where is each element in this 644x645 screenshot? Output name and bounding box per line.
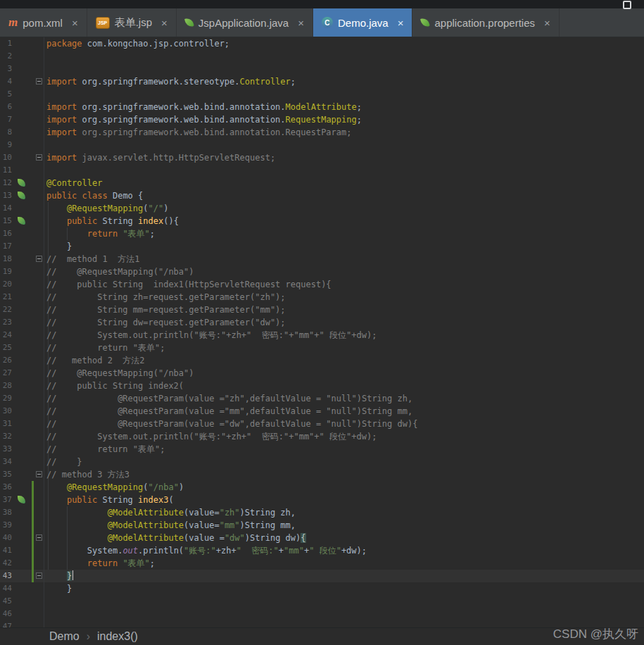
code-text[interactable]: @ModelAttribute(value="zh")String zh, (45, 506, 296, 519)
code-text[interactable]: } (45, 582, 72, 595)
code-text[interactable]: // public String index2( (45, 380, 184, 392)
code-text[interactable]: System.out.println("账号:"+zh+" 密码:"+"mm"+… (45, 544, 367, 557)
code-text[interactable]: @Controller (45, 177, 102, 189)
vcs-change-marker (32, 519, 34, 532)
code-text[interactable]: return "表单"; (45, 227, 155, 240)
fold-marker-icon[interactable] (36, 78, 42, 84)
close-icon[interactable]: × (161, 18, 168, 28)
spring-bean-icon[interactable] (18, 217, 25, 225)
spring-icon (184, 18, 194, 27)
fold-marker-icon[interactable] (36, 256, 42, 262)
line-number: 23 (0, 316, 12, 329)
code-text[interactable]: public String index(){ (45, 215, 179, 227)
code-text[interactable] (45, 139, 46, 151)
code-line-14: 14 @RequestMapping("/") (0, 202, 644, 215)
code-text[interactable] (45, 50, 46, 63)
code-text[interactable]: // method 1 方法1 (45, 253, 139, 265)
fold-marker-icon[interactable] (36, 572, 42, 579)
code-text[interactable]: @RequestMapping("/") (45, 202, 168, 215)
spring-bean-icon[interactable] (18, 192, 25, 199)
code-line-39: 39 @ModelAttribute(value="mm")String mm, (0, 519, 644, 532)
code-text[interactable]: // String dw=request.getParameter("dw"); (45, 316, 286, 329)
code-text[interactable]: } (45, 570, 73, 582)
line-number: 4 (0, 75, 12, 88)
code-lines: 1package com.kongchao.jsp.controller;234… (0, 37, 644, 633)
code-text[interactable]: // @RequestParam(value ="dw",defaultValu… (45, 418, 417, 430)
code-text[interactable]: // @RequestMapping("/nba") (45, 265, 194, 278)
watermark: CSDN @执久呀 (553, 626, 638, 642)
line-number: 24 (0, 329, 12, 342)
close-icon[interactable]: × (298, 18, 304, 28)
tab-pom.xml[interactable]: mpom.xml× (0, 8, 87, 37)
gutter: 12 (0, 177, 45, 189)
gutter: 3 (0, 63, 45, 75)
gutter: 33 (0, 443, 45, 456)
code-text[interactable]: import javax.servlet.http.HttpServletReq… (45, 151, 275, 164)
tab-表单.jsp[interactable]: JSP表单.jsp× (87, 8, 177, 37)
gutter: 32 (0, 430, 45, 443)
line-number: 16 (0, 227, 12, 240)
code-text[interactable] (45, 608, 46, 620)
code-text[interactable]: // method 2 方法2 (45, 354, 145, 367)
code-line-10: 10import javax.servlet.http.HttpServletR… (0, 151, 644, 164)
code-text[interactable]: // String mm=request.getParameter("mm"); (45, 303, 286, 316)
breadcrumb-item[interactable]: Demo (49, 630, 80, 643)
code-text[interactable]: // public String index1(HttpServletReque… (45, 278, 332, 291)
gutter: 40 (0, 532, 45, 544)
line-number: 6 (0, 101, 12, 113)
code-text[interactable]: public String index3( (45, 494, 174, 506)
fold-marker-icon[interactable] (36, 154, 42, 161)
line-number: 37 (0, 494, 12, 506)
code-line-16: 16 return "表单"; (0, 227, 644, 240)
code-line-18: 18// method 1 方法1 (0, 253, 644, 265)
spring-bean-icon[interactable] (18, 496, 25, 503)
code-editor[interactable]: 1package com.kongchao.jsp.controller;234… (0, 37, 644, 645)
gutter: 19 (0, 265, 45, 278)
code-text[interactable]: return "表单"; (45, 557, 155, 570)
code-text[interactable]: public class Demo { (45, 189, 143, 202)
code-text[interactable] (45, 595, 46, 608)
spring-bean-icon[interactable] (18, 179, 25, 187)
code-text[interactable]: // @RequestMapping("/nba") (45, 367, 194, 380)
code-text[interactable]: // return "表单"; (45, 342, 165, 354)
tab-application.properties[interactable]: application.properties× (412, 8, 559, 37)
code-text[interactable]: // System.out.println("账号:"+zh+" 密码:"+"m… (45, 430, 377, 443)
code-text[interactable] (45, 164, 46, 177)
code-text[interactable]: import org.springframework.stereotype.Co… (45, 75, 296, 88)
close-icon[interactable]: × (544, 18, 550, 28)
close-icon[interactable]: × (398, 18, 404, 28)
code-text[interactable]: package com.kongchao.jsp.controller; (45, 37, 229, 50)
fold-marker-icon[interactable] (36, 534, 42, 541)
code-text[interactable]: import org.springframework.web.bind.anno… (45, 101, 362, 113)
code-text[interactable]: // System.out.println("账号:"+zh+" 密码:"+"m… (45, 329, 377, 342)
code-text[interactable]: @ModelAttribute(value="mm")String mm, (45, 519, 296, 532)
gutter: 43 (0, 570, 45, 582)
code-text[interactable]: // @RequestParam(value ="zh",defaultValu… (45, 392, 412, 405)
code-text[interactable]: import org.springframework.web.bind.anno… (45, 126, 352, 139)
code-text[interactable]: @RequestMapping("/nba") (45, 481, 184, 494)
code-text[interactable]: // @RequestParam(value ="mm",defaultValu… (45, 405, 412, 418)
code-line-4: 4import org.springframework.stereotype.C… (0, 75, 644, 88)
code-line-34: 34// } (0, 456, 644, 468)
breadcrumb-item[interactable]: index3() (97, 630, 138, 643)
code-text[interactable]: } (45, 240, 72, 253)
code-text[interactable]: // method 3 方法3 (45, 468, 130, 481)
code-text[interactable]: @ModelAttribute(value ="dw")String dw){ (45, 532, 306, 544)
code-text[interactable] (45, 63, 46, 75)
gutter: 23 (0, 316, 45, 329)
gutter: 2 (0, 50, 45, 63)
tab-Demo.java[interactable]: CDemo.java× (313, 8, 412, 37)
line-number: 42 (0, 557, 12, 570)
code-text[interactable]: // String zh=request.getParameter("zh"); (45, 291, 286, 303)
fold-marker-icon[interactable] (36, 471, 42, 477)
tab-JspApplication.java[interactable]: JspApplication.java× (177, 8, 313, 37)
window-icon[interactable] (623, 1, 631, 9)
code-text[interactable]: // return "表单"; (45, 443, 165, 456)
code-text[interactable]: // } (45, 456, 82, 468)
code-line-25: 25// return "表单"; (0, 342, 644, 354)
code-text[interactable]: import org.springframework.web.bind.anno… (45, 113, 362, 126)
code-line-42: 42 return "表单"; (0, 557, 644, 570)
vcs-change-marker (32, 494, 34, 506)
code-text[interactable] (45, 88, 46, 101)
close-icon[interactable]: × (72, 18, 78, 28)
